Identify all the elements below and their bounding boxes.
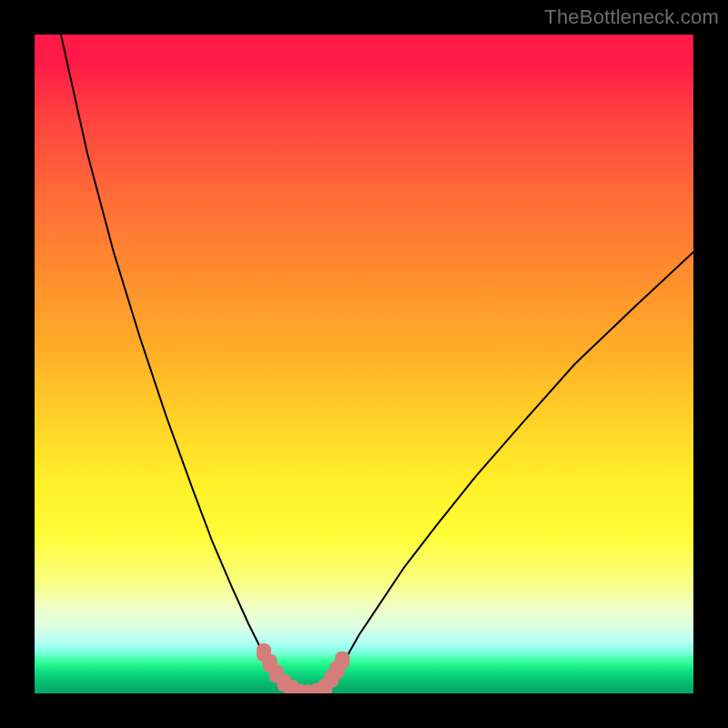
chart-frame: TheBottleneck.com (0, 0, 728, 728)
marker-group (257, 643, 349, 693)
plot-area (35, 35, 693, 693)
valley-marker (335, 652, 349, 670)
curves-svg (35, 35, 693, 693)
curve-right-branch (322, 252, 693, 693)
watermark-text: TheBottleneck.com (544, 5, 719, 29)
curve-left-branch (61, 35, 294, 693)
curve-group (61, 35, 693, 693)
